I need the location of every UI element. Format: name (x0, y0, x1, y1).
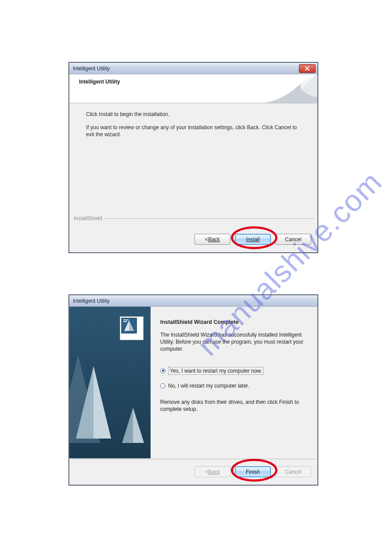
finish-button[interactable]: Finish (235, 466, 271, 477)
side-artwork (69, 307, 151, 458)
radio-unselected-icon (160, 383, 165, 388)
radio-restart-later[interactable]: No, I will restart my computer later. (160, 383, 308, 389)
back-button[interactable]: < Back (194, 234, 230, 245)
radio-restart-now[interactable]: Yes, I want to restart my computer now. (160, 367, 308, 375)
installshield-brand-row: InstallShield (72, 215, 315, 221)
body-line-2: If you want to review or change any of y… (86, 124, 304, 138)
titlebar: Intelligent Utility (69, 295, 317, 307)
install-complete-dialog: Intelligent Utility (69, 295, 318, 485)
button-row: < Back Install Cancel (194, 234, 311, 245)
cancel-button: Cancel (275, 466, 311, 477)
titlebar: Intelligent Utility (69, 63, 317, 74)
svg-rect-10 (123, 319, 129, 320)
back-prefix: < (205, 469, 208, 475)
dialog-body: Click Install to begin the installation.… (69, 103, 317, 217)
finish-label: Finish (246, 469, 260, 475)
divider (105, 218, 315, 219)
radio-restart-later-label: No, I will restart my computer later. (168, 383, 249, 389)
cancel-label: Cancel (285, 469, 301, 475)
close-icon (305, 66, 310, 71)
install-label: Install (246, 236, 259, 243)
back-label: Back (208, 469, 220, 475)
button-row: < Back Finish Cancel (194, 466, 311, 477)
divider (71, 459, 316, 459)
page-curl-art (265, 74, 317, 103)
body-line-1: Click Install to begin the installation. (86, 111, 304, 118)
complete-heading: InstallShield Wizard Complete (160, 319, 308, 325)
radio-restart-now-label: Yes, I want to restart my computer now. (168, 367, 264, 375)
back-prefix: < (205, 236, 208, 243)
window-title: Intelligent Utility (73, 65, 110, 72)
back-label: Back (208, 236, 220, 243)
cancel-button[interactable]: Cancel (275, 234, 311, 245)
svg-rect-9 (123, 321, 127, 322)
back-button: < Back (194, 466, 230, 477)
install-ready-dialog: Intelligent Utility Intelligent Utility … (69, 62, 318, 253)
complete-para-2: Remove any disks from their drives, and … (160, 399, 308, 413)
install-button[interactable]: Install (235, 234, 271, 245)
complete-para-1: The InstallShield Wizard has successfull… (160, 331, 308, 353)
close-button[interactable] (299, 64, 316, 73)
radio-selected-icon (160, 368, 165, 374)
installshield-brand: InstallShield (72, 215, 105, 221)
window-title: Intelligent Utility (73, 298, 110, 304)
restart-radio-group: Yes, I want to restart my computer now. … (160, 367, 308, 389)
main-panel: InstallShield Wizard Complete The Instal… (151, 307, 317, 458)
header-strip: Intelligent Utility (69, 74, 317, 103)
dialog-body: InstallShield Wizard Complete The Instal… (69, 307, 317, 458)
header-title: Intelligent Utility (79, 79, 120, 85)
cancel-label: Cancel (285, 236, 301, 243)
wizard-icon (120, 316, 144, 340)
